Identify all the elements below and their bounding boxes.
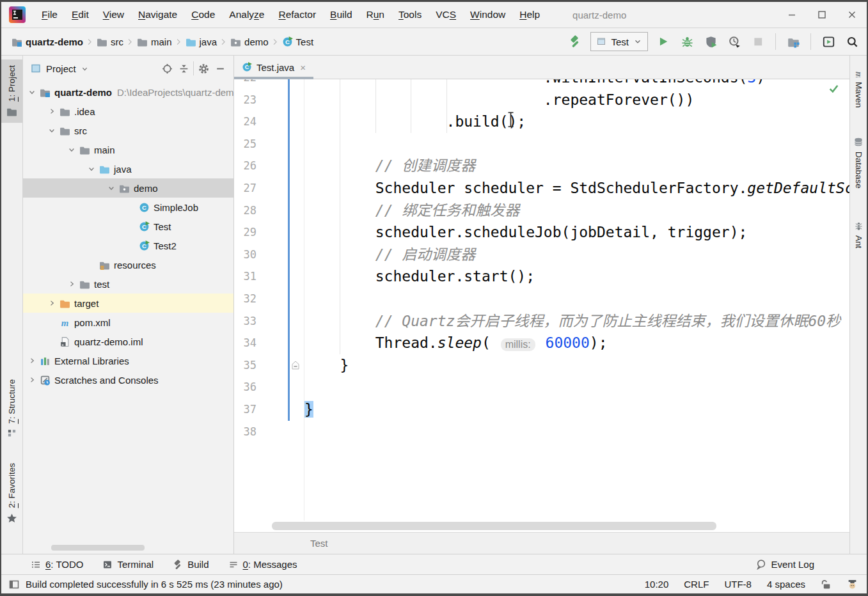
menu-build[interactable]: Build (323, 6, 359, 23)
search-everywhere-button[interactable] (844, 33, 860, 50)
menu-window[interactable]: Window (463, 6, 512, 23)
code-text[interactable]: .withIntervalInSeconds(3) .repeatForever… (304, 79, 849, 521)
tree-item-demo[interactable]: demo (23, 178, 233, 198)
run-config-label: Test (611, 36, 629, 47)
tree-item-pom.xml[interactable]: mpom.xml (23, 313, 233, 332)
inspection-ok-icon[interactable] (828, 83, 839, 94)
tree-item-target[interactable]: target (23, 294, 233, 313)
tree-item-.idea[interactable]: .idea (23, 102, 233, 121)
code-viewport[interactable]: 2223242526272829303132333435363738 .with… (234, 79, 849, 521)
tree-item-test[interactable]: CTest (23, 217, 233, 236)
stripe-maven[interactable]: mMaven (850, 61, 867, 114)
menu-navigate[interactable]: Navigate (131, 6, 184, 23)
indent-style[interactable]: 4 spaces (767, 579, 805, 590)
run-anything-button[interactable] (820, 33, 837, 50)
tree-item-quartz-demo[interactable]: quartz-demoD:\IdeaProjects\quartz-demo (23, 82, 233, 102)
line-separator[interactable]: CRLF (684, 579, 709, 590)
run-button[interactable] (655, 33, 672, 50)
tree-item-scratches-and-consoles[interactable]: Scratches and Consoles (23, 370, 233, 389)
folder-icon (137, 36, 148, 47)
toolbar-0--messages[interactable]: 0: Messages (228, 559, 297, 570)
toolbar-terminal[interactable]: Terminal (102, 559, 154, 570)
close-button[interactable] (837, 2, 867, 27)
bug-icon (681, 36, 693, 48)
coverage-button[interactable] (702, 33, 719, 50)
toolbar-build[interactable]: Build (173, 559, 209, 570)
tree-item-resources[interactable]: resources (23, 255, 233, 274)
menu-run[interactable]: Run (359, 6, 391, 23)
project-panel-title[interactable]: Project (46, 63, 76, 74)
coverage-icon (705, 36, 717, 48)
maximize-button[interactable] (807, 2, 837, 27)
settings-button[interactable] (195, 60, 212, 77)
menu-tools[interactable]: Tools (391, 6, 429, 23)
stripe-structure[interactable]: 7: Structure (1, 373, 22, 444)
hide-panel-button[interactable] (212, 60, 228, 77)
todo-list-icon (31, 560, 41, 570)
select-opened-file-button[interactable] (159, 60, 175, 77)
tree-item-java[interactable]: java (23, 159, 233, 178)
run-config-combo[interactable]: Test (590, 32, 648, 51)
fold-collapse-icon[interactable] (290, 360, 301, 370)
menu-edit[interactable]: Edit (65, 6, 96, 23)
breadcrumb-quartz-demo[interactable]: quartz-demo (12, 36, 83, 47)
status-message[interactable]: Build completed successfully in 6 s 525 … (26, 579, 283, 590)
line-number: 27 (234, 177, 304, 200)
tree-item-main[interactable]: main (23, 140, 233, 159)
debug-button[interactable] (679, 33, 695, 50)
toolbar-6--todo[interactable]: 6: TODO (31, 559, 83, 570)
stripe-favorites[interactable]: 2: Favorites (1, 457, 22, 529)
editor-horizontal-scrollbar[interactable] (234, 521, 849, 532)
class-run-icon: C (139, 240, 150, 251)
close-icon[interactable]: × (300, 62, 306, 73)
breadcrumb-src[interactable]: src (97, 36, 123, 47)
code-line-38 (304, 421, 849, 443)
folder-blue-icon (99, 164, 110, 175)
code-line-23: .repeatForever()) (304, 89, 849, 111)
tw-structure-icon (7, 428, 17, 438)
menu-view[interactable]: View (96, 6, 131, 23)
hector-inspector-icon[interactable] (847, 579, 858, 590)
menu-help[interactable]: Help (512, 6, 547, 23)
menu-code[interactable]: Code (184, 6, 222, 23)
tree-item-src[interactable]: src (23, 121, 233, 140)
toolbar-separator (775, 33, 776, 50)
stripe-project[interactable]: 1: Project (1, 59, 22, 123)
project-horizontal-scrollbar[interactable] (51, 545, 145, 551)
caret-position[interactable]: 10:20 (645, 579, 669, 590)
chevron-right-icon (28, 357, 36, 365)
menu-file[interactable]: File (35, 6, 65, 23)
editor-breadcrumb[interactable]: Test (234, 532, 849, 554)
iml-file-icon (59, 336, 70, 347)
collapse-all-button[interactable] (175, 60, 192, 77)
stripe-database[interactable]: Database (850, 131, 867, 194)
breadcrumb-test[interactable]: CTest (282, 36, 314, 47)
tree-item-simplejob[interactable]: CSimpleJob (23, 198, 233, 217)
minimize-button[interactable] (777, 2, 807, 27)
chevron-down-icon[interactable] (81, 65, 88, 72)
stripe-ant[interactable]: Ant (850, 216, 867, 254)
menu-refactor[interactable]: Refactor (271, 6, 323, 23)
stop-button[interactable] (750, 33, 766, 50)
unlock-icon[interactable] (821, 579, 832, 590)
chevron-right-icon (175, 38, 183, 46)
tree-item-test2[interactable]: CTest2 (23, 236, 233, 255)
tab-test-java[interactable]: C Test.java × (234, 56, 313, 79)
breadcrumb-main[interactable]: main (137, 36, 172, 47)
tree-item-test[interactable]: test (23, 274, 233, 294)
tree-item-external-libraries[interactable]: External Libraries (23, 351, 233, 370)
project-structure-button[interactable] (785, 33, 801, 50)
tree-item-quartz-demo.iml[interactable]: quartz-demo.iml (23, 332, 233, 351)
chevron-right-icon (68, 280, 75, 288)
menu-vcs[interactable]: VCS (429, 6, 463, 23)
breadcrumb-java[interactable]: java (185, 36, 217, 47)
tool-window-toggle-icon[interactable] (9, 579, 19, 590)
build-project[interactable] (567, 33, 583, 50)
profiler-button[interactable] (726, 33, 743, 50)
menu-analyze[interactable]: Analyze (222, 6, 271, 23)
menu-bar: FileEditViewNavigateCodeAnalyzeRefactorB… (35, 6, 547, 23)
breadcrumb-demo[interactable]: demo (230, 36, 269, 47)
project-folder-icon (40, 87, 51, 98)
event-log-button[interactable]: Event Log (755, 559, 814, 570)
file-encoding[interactable]: UTF-8 (724, 579, 752, 590)
